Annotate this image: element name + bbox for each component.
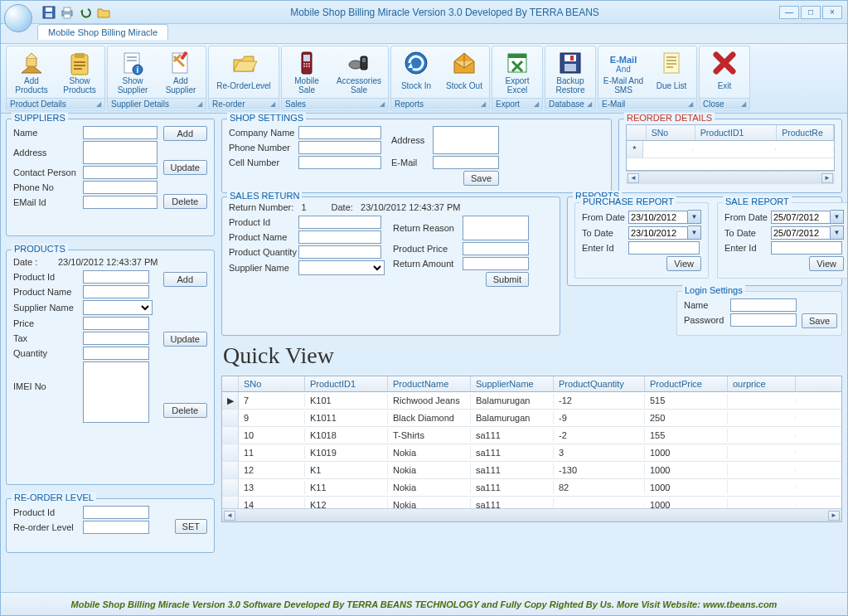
reorder-pid-input[interactable] bbox=[83, 506, 149, 519]
reorder-lvl-input[interactable] bbox=[83, 521, 149, 534]
prod-price-input[interactable] bbox=[83, 317, 149, 330]
grid-header[interactable]: ProductQuantity bbox=[554, 376, 645, 391]
open-icon[interactable] bbox=[97, 6, 110, 19]
sup-delete-button[interactable]: Delete bbox=[163, 194, 207, 209]
ribbon-button[interactable]: Stock Out bbox=[441, 48, 487, 96]
reorder-set-button[interactable]: SET bbox=[175, 519, 207, 534]
srep-id-input[interactable] bbox=[771, 241, 842, 255]
shop-phone-input[interactable] bbox=[298, 141, 381, 154]
login-name-input[interactable] bbox=[730, 298, 797, 312]
ribbon-button[interactable]: Accessories Sale bbox=[332, 48, 386, 96]
sup-contact-input[interactable] bbox=[83, 166, 157, 179]
prod-tax-input[interactable] bbox=[83, 332, 149, 345]
table-row[interactable]: 14K12Nokiasa1111000 bbox=[222, 497, 841, 508]
dialog-launcher-icon[interactable]: ◢ bbox=[270, 100, 275, 108]
grid-header[interactable]: SupplierName bbox=[471, 376, 554, 391]
prod-name-input[interactable] bbox=[83, 285, 149, 298]
login-pwd-input[interactable] bbox=[730, 313, 797, 327]
save-icon[interactable] bbox=[42, 6, 56, 19]
grid-header[interactable]: ourprice bbox=[728, 376, 796, 391]
chevron-down-icon[interactable]: ▼ bbox=[831, 226, 844, 240]
table-row[interactable]: 13K11Nokiasa111821000 bbox=[222, 479, 841, 497]
sup-update-button[interactable]: Update bbox=[163, 160, 207, 175]
ribbon-tab-main[interactable]: Mobile Shop Billing Miracle bbox=[37, 24, 168, 40]
shop-cell-input[interactable] bbox=[298, 156, 381, 169]
sup-addr-input[interactable] bbox=[83, 141, 157, 164]
prod-sup-select[interactable] bbox=[83, 300, 153, 315]
shop-addr-input[interactable] bbox=[433, 126, 499, 154]
app-orb[interactable] bbox=[4, 4, 32, 32]
pr-from-input[interactable] bbox=[628, 211, 688, 224]
prod-update-button[interactable]: Update bbox=[163, 332, 207, 347]
pr-view-button[interactable]: View bbox=[666, 256, 701, 271]
sup-phone-input[interactable] bbox=[83, 181, 157, 194]
ribbon-button[interactable]: Add Products bbox=[8, 48, 55, 96]
ribbon-button[interactable]: Exit bbox=[701, 48, 748, 96]
dialog-launcher-icon[interactable]: ◢ bbox=[534, 100, 539, 108]
reorder-new-row[interactable]: * bbox=[627, 141, 834, 158]
sr-pname-input[interactable] bbox=[298, 230, 381, 244]
ribbon-button[interactable]: E-MailAndE-Mail And SMS bbox=[600, 48, 647, 96]
close-button[interactable]: × bbox=[822, 6, 842, 19]
login-save-button[interactable]: Save bbox=[802, 313, 837, 328]
dialog-launcher-icon[interactable]: ◢ bbox=[688, 100, 693, 108]
dialog-launcher-icon[interactable]: ◢ bbox=[380, 100, 385, 108]
sr-to-input[interactable] bbox=[771, 226, 831, 240]
srep-view-button[interactable]: View bbox=[809, 256, 844, 271]
chevron-down-icon[interactable]: ▼ bbox=[688, 226, 701, 240]
table-row[interactable]: 10K1018T-Shirtssa111-2155 bbox=[222, 427, 841, 444]
ribbon-button[interactable]: Backup Restore bbox=[547, 48, 594, 96]
reorder-col-sno[interactable]: SNo bbox=[647, 125, 695, 140]
reorder-col-pid[interactable]: ProductID1 bbox=[695, 125, 777, 140]
grid-header[interactable]: ProductID1 bbox=[305, 376, 388, 391]
minimize-button[interactable]: — bbox=[779, 6, 799, 19]
ribbon-button[interactable]: Add Supplier bbox=[157, 48, 204, 96]
table-row[interactable]: 12K1Nokiasa111-1301000 bbox=[222, 462, 841, 479]
prod-imei-input[interactable] bbox=[83, 361, 149, 423]
chevron-down-icon[interactable]: ▼ bbox=[688, 210, 701, 224]
dialog-launcher-icon[interactable]: ◢ bbox=[96, 100, 101, 108]
dialog-launcher-icon[interactable]: ◢ bbox=[741, 100, 746, 108]
grid-header[interactable]: ProductName bbox=[388, 376, 471, 391]
reorder-hscroll[interactable]: ◄► bbox=[626, 171, 835, 184]
prod-add-button[interactable]: Add bbox=[163, 272, 207, 287]
ribbon-button[interactable]: Re-OrderLevel bbox=[211, 48, 277, 96]
pr-id-input[interactable] bbox=[628, 241, 700, 255]
shop-company-input[interactable] bbox=[298, 126, 381, 139]
sup-name-input[interactable] bbox=[83, 126, 157, 139]
dialog-launcher-icon[interactable]: ◢ bbox=[481, 100, 486, 108]
sr-sup-select[interactable] bbox=[298, 260, 385, 275]
reorder-col-pre[interactable]: ProductRe bbox=[777, 125, 834, 140]
sr-price-input[interactable] bbox=[463, 242, 529, 255]
dialog-launcher-icon[interactable]: ◢ bbox=[587, 100, 592, 108]
shop-email-input[interactable] bbox=[433, 156, 499, 169]
table-row[interactable]: 9K1011Black DiamondBalamurugan-9250 bbox=[222, 410, 841, 427]
ribbon-button[interactable]: iShow Supplier bbox=[109, 48, 156, 96]
table-row[interactable]: 11K1019Nokiasa11131000 bbox=[222, 444, 841, 462]
grid-header[interactable]: SNo bbox=[239, 376, 305, 391]
sr-qty-input[interactable] bbox=[298, 245, 381, 259]
ribbon-button[interactable]: Show Products bbox=[56, 48, 103, 96]
maximize-button[interactable]: □ bbox=[801, 6, 821, 19]
shop-save-button[interactable]: Save bbox=[463, 171, 499, 186]
dialog-launcher-icon[interactable]: ◢ bbox=[197, 100, 202, 108]
sr-from-input[interactable] bbox=[771, 211, 831, 224]
ribbon-button[interactable]: Export Excel bbox=[494, 48, 540, 96]
print-icon[interactable] bbox=[61, 6, 74, 19]
prod-delete-button[interactable]: Delete bbox=[163, 403, 207, 418]
grid-header[interactable]: ProductPrice bbox=[645, 376, 728, 391]
table-row[interactable]: ▶7K101Richwood JeansBalamurugan-12515 bbox=[222, 392, 841, 410]
sr-pid-input[interactable] bbox=[298, 216, 381, 229]
prod-id-input[interactable] bbox=[83, 270, 149, 284]
sr-submit-button[interactable]: Submit bbox=[486, 272, 529, 287]
sup-email-input[interactable] bbox=[83, 196, 157, 209]
chevron-down-icon[interactable]: ▼ bbox=[831, 210, 844, 224]
ribbon-button[interactable]: Stock In bbox=[393, 48, 439, 96]
pr-to-input[interactable] bbox=[628, 226, 688, 240]
sr-reason-input[interactable] bbox=[463, 216, 529, 240]
ribbon-button[interactable]: Due List bbox=[648, 48, 695, 96]
quickview-hscroll[interactable]: ◄► bbox=[222, 508, 841, 521]
sr-amount-input[interactable] bbox=[463, 257, 529, 270]
sup-add-button[interactable]: Add bbox=[163, 126, 207, 141]
ribbon-button[interactable]: Mobile Sale bbox=[283, 48, 330, 96]
